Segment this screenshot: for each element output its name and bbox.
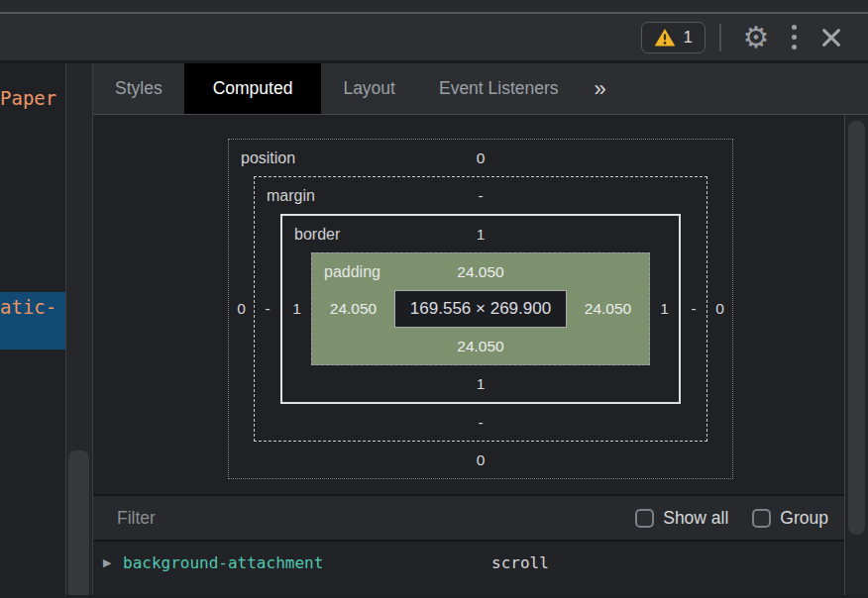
padding-bottom-value[interactable]: 24.050 xyxy=(457,338,503,355)
border-label: border xyxy=(294,226,340,244)
elements-scrollbar-track[interactable] xyxy=(66,63,93,595)
tab-styles[interactable]: Styles xyxy=(93,63,184,114)
box-model-padding[interactable]: padding 24.050 24.050 169.556 × 269.900 … xyxy=(311,252,650,365)
show-all-label: Show all xyxy=(663,508,728,529)
filter-input[interactable] xyxy=(117,508,621,529)
border-right-value[interactable]: 1 xyxy=(650,252,679,365)
settings-gear-icon[interactable]: ⚙ xyxy=(737,23,775,52)
position-bottom-value[interactable]: 0 xyxy=(477,451,486,469)
console-warning-badge[interactable]: 1 xyxy=(641,22,705,53)
show-all-checkbox[interactable] xyxy=(635,509,654,528)
property-row[interactable]: ▶ background-attachment scroll xyxy=(93,542,868,583)
margin-right-value[interactable]: - xyxy=(681,214,706,404)
property-value: scroll xyxy=(491,553,549,572)
property-name: background-attachment xyxy=(123,553,491,572)
close-devtools-icon[interactable] xyxy=(813,25,850,50)
computed-scrollbar-thumb[interactable] xyxy=(848,121,865,535)
border-left-value[interactable]: 1 xyxy=(282,252,311,365)
group-checkbox-group[interactable]: Group xyxy=(752,508,828,529)
box-model-position[interactable]: position 0 0 margin - - xyxy=(228,139,733,479)
tab-layout[interactable]: Layout xyxy=(321,63,417,114)
devtools-toolbar: 1 ⚙ xyxy=(0,14,868,63)
toolbar-divider xyxy=(719,24,721,51)
group-label: Group xyxy=(780,508,828,529)
position-top-value[interactable]: 0 xyxy=(477,150,486,167)
browser-top-band xyxy=(0,0,868,14)
elements-selected-node[interactable]: atic- xyxy=(0,292,66,349)
box-model-viewport: position 0 0 margin - - xyxy=(93,115,868,494)
tabs-overflow-chevrons-icon[interactable]: » xyxy=(581,63,620,114)
show-all-checkbox-group[interactable]: Show all xyxy=(635,508,728,529)
margin-bottom-value[interactable]: - xyxy=(478,414,483,432)
padding-right-value[interactable]: 24.050 xyxy=(567,290,649,328)
group-checkbox[interactable] xyxy=(752,509,771,528)
margin-left-value[interactable]: - xyxy=(255,214,280,404)
position-left-value[interactable]: 0 xyxy=(229,176,254,442)
border-top-value[interactable]: 1 xyxy=(477,226,486,244)
sidebar-pane: Styles Computed Layout Event Listeners »… xyxy=(93,63,868,595)
computed-filter-bar: Show all Group xyxy=(93,494,868,542)
warning-triangle-icon xyxy=(654,28,676,47)
padding-top-value[interactable]: 24.050 xyxy=(457,263,503,281)
computed-scrollbar-track[interactable] xyxy=(844,115,868,595)
sidebar-tabbar: Styles Computed Layout Event Listeners » xyxy=(93,63,868,115)
tab-event-listeners[interactable]: Event Listeners xyxy=(417,63,581,114)
position-right-value[interactable]: 0 xyxy=(707,176,732,442)
devtools-main: Paper atic- Styles Computed Layout Event… xyxy=(0,63,868,595)
border-bottom-value[interactable]: 1 xyxy=(477,375,486,393)
warning-count: 1 xyxy=(684,28,693,48)
elements-scrollbar-thumb[interactable] xyxy=(68,450,89,595)
elements-panel: Paper atic- xyxy=(0,63,66,595)
computed-properties-list: ▶ background-attachment scroll ▶ backgro… xyxy=(93,542,868,595)
more-options-kebab-icon[interactable] xyxy=(775,25,813,50)
margin-top-value[interactable]: - xyxy=(478,187,483,205)
margin-label: margin xyxy=(267,187,315,205)
padding-left-value[interactable]: 24.050 xyxy=(312,290,394,328)
box-model-border[interactable]: border 1 1 padding 24.050 xyxy=(280,214,681,404)
property-row[interactable]: ▶ background-clip border-box xyxy=(93,585,868,595)
elements-code-fragment: Paper xyxy=(0,87,56,109)
tab-computed[interactable]: Computed xyxy=(184,63,322,114)
position-label: position xyxy=(241,150,295,167)
box-model-content-dimensions[interactable]: 169.556 × 269.900 xyxy=(394,290,567,328)
disclosure-triangle-icon[interactable]: ▶ xyxy=(103,556,123,569)
padding-label: padding xyxy=(324,263,380,281)
box-model-margin[interactable]: margin - - border 1 1 xyxy=(254,176,707,442)
